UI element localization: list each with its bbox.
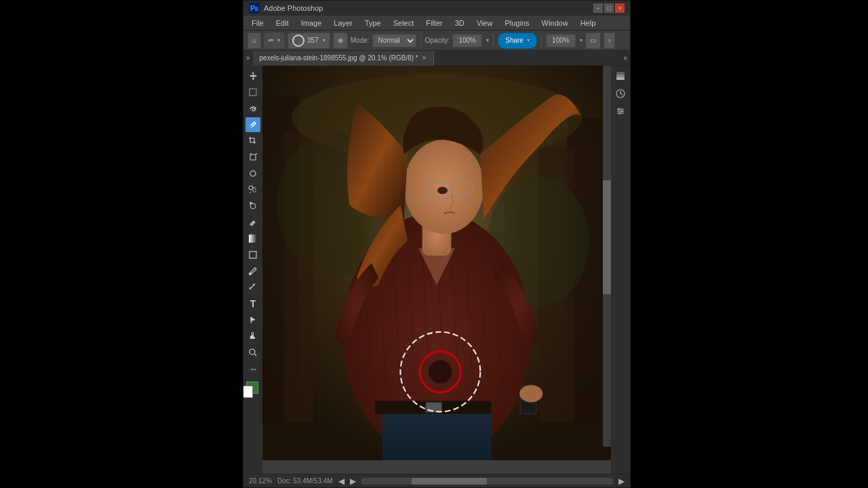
transform-warp-tool[interactable] [245,150,260,165]
text-tool-label: T [250,298,256,309]
document-tab-bar: » pexels-juliana-stein-1898555.jpg @ 20.… [243,51,630,66]
photo-canvas [262,66,611,460]
crop-tool[interactable] [245,134,260,148]
photo-image [262,66,611,460]
svg-point-41 [429,360,452,383]
document-tab-close[interactable]: × [422,54,427,62]
path-select-tool[interactable] [245,312,260,327]
svg-point-50 [621,110,623,113]
brush-dropdown-arrow: ▾ [277,37,280,43]
view-icon: ▭ [590,37,596,44]
title-bar: Ps Adobe Photoshop − □ × [243,1,630,16]
left-toolbox: T ··· [243,66,262,474]
menu-bar: File Edit Image Layer Type Select Filter… [243,16,630,30]
zoom-tool[interactable] [245,345,260,360]
svg-point-3 [250,273,252,275]
menu-select[interactable]: Select [388,18,420,28]
svg-rect-44 [616,77,625,80]
canvas-scrollbar-thumb[interactable] [603,180,611,295]
doc-size: Doc: 53.4M/53.4M [277,477,333,485]
window-controls[interactable]: − □ × [593,3,625,13]
svg-point-29 [404,140,484,234]
scroll-prev-button[interactable]: ◀ [338,476,344,486]
svg-rect-0 [250,89,256,96]
share-arrow: ▾ [527,37,530,43]
canvas-wrapper[interactable] [262,66,611,474]
document-tab[interactable]: pexels-juliana-stein-1898555.jpg @ 20.1%… [253,51,434,66]
gradient-tool[interactable] [245,231,260,246]
view-mode-button[interactable]: ▭ [585,33,601,49]
lasso-tool[interactable] [245,101,260,116]
minimize-button[interactable]: − [593,3,603,13]
zoom-input[interactable] [546,34,576,47]
canvas-vertical-scrollbar[interactable] [603,66,611,447]
ellipsis-icon: ··· [250,363,256,374]
opacity-input[interactable] [452,34,482,47]
svg-rect-1 [249,235,257,243]
shape-tool[interactable] [245,247,260,262]
eraser-tool[interactable] [245,215,260,230]
document-tab-label: pexels-juliana-stein-1898555.jpg @ 20.1%… [260,54,418,62]
menu-3d[interactable]: 3D [450,18,470,28]
mode-icon-button[interactable]: ⊕ [333,33,348,49]
svg-rect-34 [382,408,492,460]
measure-tool[interactable] [245,280,260,295]
hand-tool[interactable] [245,329,260,344]
scroll-end-button[interactable]: ▶ [618,476,625,486]
clone-stamp-tool[interactable] [245,182,260,197]
chevron-icon: › [608,37,610,44]
menu-edit[interactable]: Edit [271,18,294,28]
zoom-arrow: ▾ [580,37,583,43]
eyedropper-tool[interactable] [245,264,260,279]
right-panel-collapse-button[interactable]: « [623,54,627,62]
title-bar-title: Adobe Photoshop [264,4,323,12]
toolbar-sep-1 [420,34,421,47]
menu-help[interactable]: Help [575,18,601,28]
zoom-percentage: 20.12% [249,477,272,485]
close-button[interactable]: × [615,3,625,13]
share-button[interactable]: Share ▾ [498,33,537,49]
svg-point-38 [519,385,542,403]
canvas-area: T ··· [243,66,630,474]
brush-size-button[interactable]: 357 ▾ [288,33,330,49]
share-label: Share [505,37,524,44]
menu-plugins[interactable]: Plugins [499,18,534,28]
crosshair-icon: ⊕ [338,37,343,44]
text-tool[interactable]: T [245,296,260,311]
background-color[interactable] [243,386,253,398]
more-tools[interactable]: ··· [245,361,260,376]
home-icon: ⌂ [252,37,256,44]
adjustments-panel-icon[interactable] [613,86,628,101]
home-button[interactable]: ⌂ [248,33,261,49]
brush-size-arrow: ▾ [323,37,326,43]
brush-tool[interactable] [245,117,260,132]
menu-window[interactable]: Window [536,18,574,28]
menu-layer[interactable]: Layer [328,18,358,28]
menu-file[interactable]: File [246,18,269,28]
marquee-rect-tool[interactable] [245,85,260,100]
svg-rect-43 [616,75,625,77]
menu-type[interactable]: Type [359,18,387,28]
properties-panel-icon[interactable] [613,104,628,119]
status-bar: 20.12% Doc: 53.4M/53.4M ◀ ▶ ▶ [243,474,630,487]
scroll-next-button[interactable]: ▶ [350,476,356,486]
left-panel-collapse-button[interactable]: » [246,54,250,62]
color-swatch-group[interactable] [243,379,262,398]
menu-view[interactable]: View [471,18,498,28]
panel-toggle-button[interactable]: › [604,33,615,49]
mode-select[interactable]: Normal Multiply Screen Overlay [372,34,416,47]
layers-panel-icon[interactable] [613,68,628,83]
horizontal-scrollbar-thumb[interactable] [412,478,487,485]
healing-tool[interactable] [245,166,260,181]
move-tool[interactable] [245,68,260,83]
menu-image[interactable]: Image [296,18,328,28]
svg-rect-42 [616,72,625,75]
horizontal-scrollbar[interactable] [361,478,613,485]
menu-filter[interactable]: Filter [420,18,448,28]
maximize-button[interactable]: □ [604,3,614,13]
brush-tool-button[interactable]: ✏ ▾ [264,33,285,49]
history-brush-tool[interactable] [245,199,260,214]
toolbar-sep-3 [541,34,542,47]
brush-icon: ✏ [269,37,274,44]
svg-line-5 [254,354,256,356]
